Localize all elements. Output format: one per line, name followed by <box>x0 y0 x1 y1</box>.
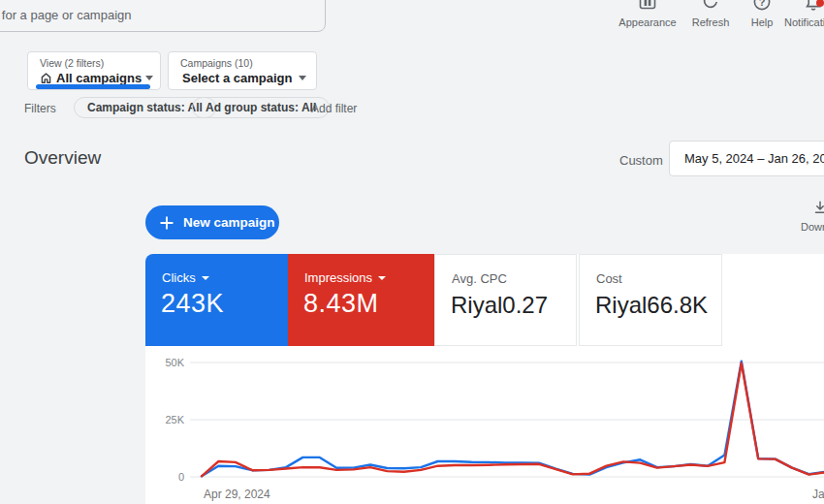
download-button[interactable]: Download <box>801 200 824 233</box>
home-icon <box>40 72 52 84</box>
scorecard-impressions-value: 8.43M <box>303 289 379 319</box>
scorecard-clicks-value: 243K <box>161 289 224 319</box>
view-selector-caption: View (2 filters) <box>40 57 104 69</box>
x-axis-tick-start: Apr 29, 2024 <box>204 488 270 501</box>
appearance-label: Appearance <box>616 16 680 28</box>
date-range-picker[interactable]: May 5, 2024 – Jan 26, 2025 <box>669 141 824 176</box>
new-campaign-button[interactable]: New campaign <box>145 205 279 239</box>
chevron-down-icon[interactable] <box>202 276 209 280</box>
scorecard-avg-cpc-label: Avg. CPC <box>452 271 507 286</box>
scorecard-avg-cpc[interactable]: Avg. CPC Riyal0.27 <box>434 254 577 346</box>
chevron-down-icon[interactable] <box>378 276 386 280</box>
appearance-icon <box>616 0 680 16</box>
refresh-button[interactable]: Refresh <box>684 0 737 28</box>
scorecard-clicks[interactable]: Clicks 243K <box>145 254 288 346</box>
date-mode-label: Custom <box>619 153 663 168</box>
chevron-down-icon <box>299 76 306 80</box>
y-axis-tick-50k: 50K <box>136 357 184 368</box>
scorecard-avg-cpc-value: Riyal0.27 <box>451 292 548 319</box>
campaign-selector[interactable]: Campaigns (10) Select a campaign <box>168 51 317 90</box>
svg-text:?: ? <box>759 0 766 8</box>
scorecard-impressions-label: Impressions <box>304 270 372 285</box>
plus-icon <box>160 216 174 230</box>
refresh-label: Refresh <box>684 16 737 28</box>
appearance-button[interactable]: Appearance <box>616 0 680 28</box>
scorecard-cost-value: Riyal66.8K <box>595 292 708 319</box>
x-axis-tick-end: Jan 20, 2025 <box>812 488 824 501</box>
refresh-icon <box>684 0 737 16</box>
campaign-selector-value: Select a campaign <box>182 71 292 85</box>
google-ads-overview-page: { "topbar": { "search_placeholder": "Sea… <box>0 0 824 504</box>
notifications-icon <box>779 0 824 16</box>
search-input[interactable] <box>0 0 325 31</box>
clicks-line <box>202 362 824 477</box>
scorecard-cost[interactable]: Cost Riyal66.8K <box>579 254 722 346</box>
campaign-selector-caption: Campaigns (10) <box>180 57 253 69</box>
filter-chip-adgroup-status[interactable]: Ad group status: All <box>192 97 330 118</box>
page-title: Overview <box>24 147 101 169</box>
download-label: Download <box>801 221 824 233</box>
notifications-button[interactable]: Notifications <box>779 0 824 28</box>
view-selector-active-indicator <box>36 84 150 89</box>
chevron-down-icon <box>145 76 153 80</box>
help-icon: ? <box>740 0 784 16</box>
overview-chart <box>145 346 824 504</box>
add-filter-button[interactable]: Add filter <box>311 102 357 115</box>
view-selector-value: All campaigns <box>56 71 142 85</box>
download-icon <box>801 200 824 219</box>
new-campaign-label: New campaign <box>183 215 275 230</box>
scorecard-clicks-label: Clicks <box>162 270 196 285</box>
notifications-label: Notifications <box>779 16 824 28</box>
help-label: Help <box>740 16 784 28</box>
y-axis-tick-25k: 25K <box>136 414 184 425</box>
date-range-value: May 5, 2024 – Jan 26, 2025 <box>684 151 824 166</box>
y-axis-tick-0: 0 <box>136 471 184 483</box>
filters-label: Filters <box>24 102 56 115</box>
scorecard-impressions[interactable]: Impressions 8.43M <box>288 254 434 346</box>
search-box[interactable] <box>0 0 326 32</box>
help-button[interactable]: ? Help <box>740 0 784 28</box>
view-selector[interactable]: View (2 filters) All campaigns <box>27 51 161 90</box>
scorecard-cost-label: Cost <box>596 271 622 286</box>
